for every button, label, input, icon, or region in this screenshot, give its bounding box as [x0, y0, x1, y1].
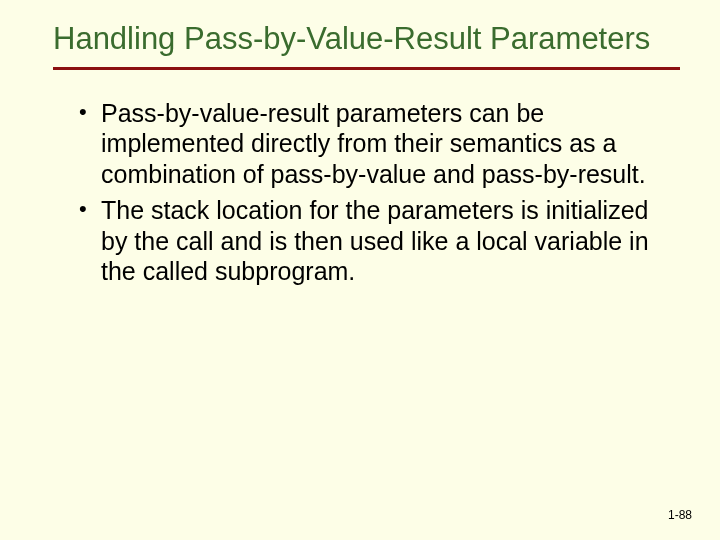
bullet-list: Pass-by-value-result parameters can be i… — [53, 98, 680, 287]
page-number: 1-88 — [668, 508, 692, 522]
list-item: Pass-by-value-result parameters can be i… — [79, 98, 680, 190]
title-rule — [53, 67, 680, 70]
slide-title: Handling Pass-by-Value-Result Parameters — [53, 22, 680, 65]
list-item: The stack location for the parameters is… — [79, 195, 680, 287]
